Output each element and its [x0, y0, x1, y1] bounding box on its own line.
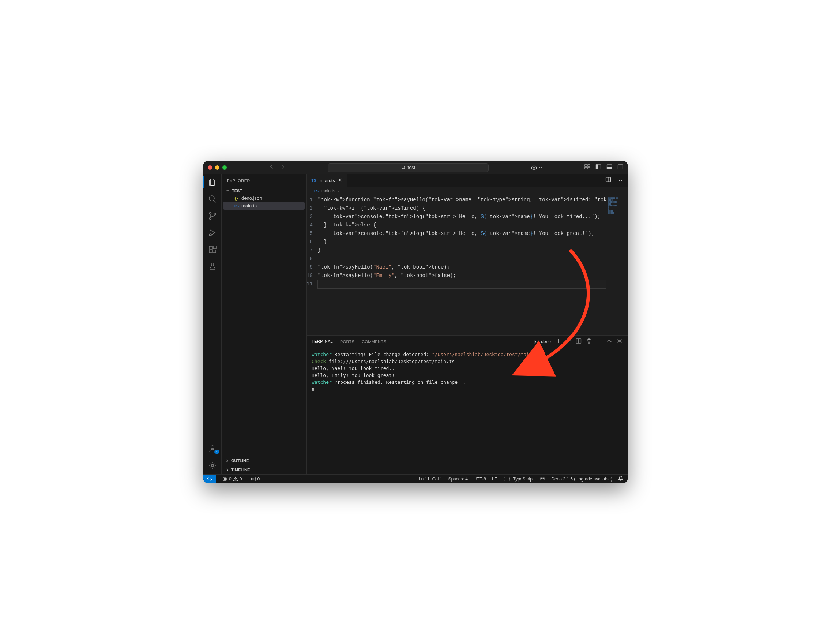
command-center-text: test	[408, 165, 416, 170]
settings-activity[interactable]	[203, 461, 222, 470]
tab-close-button[interactable]	[338, 178, 342, 183]
command-center[interactable]: test	[328, 163, 489, 172]
search-activity[interactable]	[203, 194, 222, 204]
remote-button[interactable]	[203, 475, 216, 483]
json-file-icon: {}	[233, 196, 239, 201]
breadcrumbs[interactable]: TS main.ts › ...	[307, 187, 628, 195]
forward-button[interactable]	[280, 164, 286, 171]
svg-point-15	[209, 213, 211, 214]
run-debug-activity[interactable]	[203, 228, 222, 237]
deno-status[interactable]: Deno 2.1.6 (Upgrade available)	[551, 477, 612, 481]
terminal-dropdown-button[interactable]	[565, 338, 572, 345]
panel-tab-ports[interactable]: PORTS	[340, 336, 354, 347]
testing-activity[interactable]	[203, 262, 222, 271]
chevron-down-icon	[226, 189, 230, 193]
file-name: main.ts	[241, 203, 257, 209]
status-bar: 0 0 0 Ln 11, Col 1 Spaces: 4 UTF-8 LF { …	[203, 474, 628, 483]
eol-status[interactable]: LF	[492, 477, 497, 481]
error-icon	[222, 477, 228, 481]
notifications-button[interactable]	[618, 476, 623, 482]
code-editor[interactable]: 1234567891011 "tok-kw">function "tok-fn"…	[307, 195, 606, 335]
cursor-position[interactable]: Ln 11, Col 1	[419, 477, 443, 481]
svg-point-14	[209, 196, 214, 201]
svg-point-2	[533, 167, 533, 168]
close-icon	[617, 338, 622, 344]
panel-more-button[interactable]: ···	[596, 339, 602, 344]
tab-main-ts[interactable]: TS main.ts	[307, 174, 347, 187]
encoding-status[interactable]: UTF-8	[474, 477, 486, 481]
file-item[interactable]: {}deno.json	[223, 194, 305, 202]
svg-rect-27	[534, 340, 539, 344]
sidebar-title: EXPLORER	[227, 179, 250, 183]
explorer-activity[interactable]	[203, 178, 222, 187]
svg-rect-11	[607, 167, 612, 169]
search-icon	[401, 166, 406, 170]
toggle-primary-sidebar-icon[interactable]	[595, 164, 601, 171]
terminal-profile[interactable]: deno	[533, 339, 551, 345]
toggle-panel-icon[interactable]	[607, 164, 612, 171]
copilot-icon	[531, 164, 537, 171]
window-controls	[208, 166, 227, 170]
history-nav	[269, 164, 286, 171]
svg-rect-20	[209, 250, 212, 253]
minimize-window-button[interactable]	[215, 166, 220, 170]
close-panel-button[interactable]	[617, 338, 622, 345]
svg-point-23	[211, 446, 214, 449]
title-bar: test	[203, 161, 628, 174]
search-icon	[208, 194, 217, 204]
svg-point-16	[209, 218, 211, 220]
svg-rect-7	[588, 167, 590, 169]
sidebar-more-icon[interactable]: ···	[296, 179, 301, 183]
split-editor-icon[interactable]	[605, 177, 611, 184]
back-button[interactable]	[269, 164, 275, 171]
problems-status[interactable]: 0 0	[220, 477, 244, 481]
files-icon	[208, 178, 217, 187]
close-window-button[interactable]	[208, 166, 212, 170]
extensions-activity[interactable]	[203, 245, 222, 254]
accounts-activity[interactable]: 1	[203, 444, 222, 453]
terminal-icon	[533, 339, 540, 345]
language-status[interactable]: { } TypeScript	[503, 477, 533, 481]
close-icon	[338, 178, 342, 182]
split-icon	[576, 338, 581, 344]
bottom-panel: TERMINAL PORTS COMMENTS deno ···	[307, 335, 628, 474]
ports-status[interactable]: 0	[248, 477, 262, 481]
new-terminal-button[interactable]	[555, 338, 561, 345]
source-control-activity[interactable]	[203, 212, 222, 220]
svg-rect-32	[540, 477, 544, 480]
outline-section[interactable]: OUTLINE	[222, 456, 306, 465]
minimap[interactable]: ████ ███ ███ ██ ███ ██ █████ ████ ██ ███…	[606, 195, 628, 335]
sidebar-header: EXPLORER ···	[222, 174, 306, 187]
timeline-section[interactable]: TIMELINE	[222, 465, 306, 474]
copilot-status[interactable]	[540, 475, 545, 482]
svg-rect-19	[209, 246, 212, 249]
editor-actions: ···	[605, 174, 628, 187]
editor-group: TS main.ts ··· TS main.ts › ...	[307, 174, 628, 474]
svg-point-34	[543, 478, 543, 479]
terminal-output[interactable]: Watcher Restarting! File change detected…	[307, 348, 628, 474]
plus-icon	[555, 338, 561, 344]
panel-actions: deno ···	[533, 338, 622, 345]
kill-terminal-button[interactable]	[586, 338, 592, 345]
ts-file-icon: TS	[313, 189, 319, 193]
svg-point-33	[541, 478, 542, 479]
zoom-window-button[interactable]	[222, 166, 227, 170]
remote-icon	[207, 477, 212, 481]
indentation-status[interactable]: Spaces: 4	[448, 477, 467, 481]
panel-tab-comments[interactable]: COMMENTS	[362, 336, 386, 347]
line-gutter: 1234567891011	[307, 196, 318, 335]
chevron-down-icon	[565, 338, 572, 344]
toggle-secondary-sidebar-icon[interactable]	[618, 164, 623, 171]
folder-root[interactable]: TEST	[223, 187, 305, 194]
customize-layout-icon[interactable]	[584, 164, 590, 171]
maximize-panel-button[interactable]	[607, 338, 612, 345]
panel-tab-terminal[interactable]: TERMINAL	[312, 336, 333, 347]
split-terminal-button[interactable]	[576, 338, 581, 345]
file-item[interactable]: TSmain.ts	[223, 202, 305, 210]
more-actions-icon[interactable]: ···	[616, 177, 623, 184]
tab-label: main.ts	[320, 178, 335, 183]
copilot-button[interactable]	[531, 164, 543, 171]
svg-rect-5	[588, 165, 590, 166]
ts-file-icon: TS	[233, 204, 239, 208]
play-bug-icon	[208, 228, 217, 237]
